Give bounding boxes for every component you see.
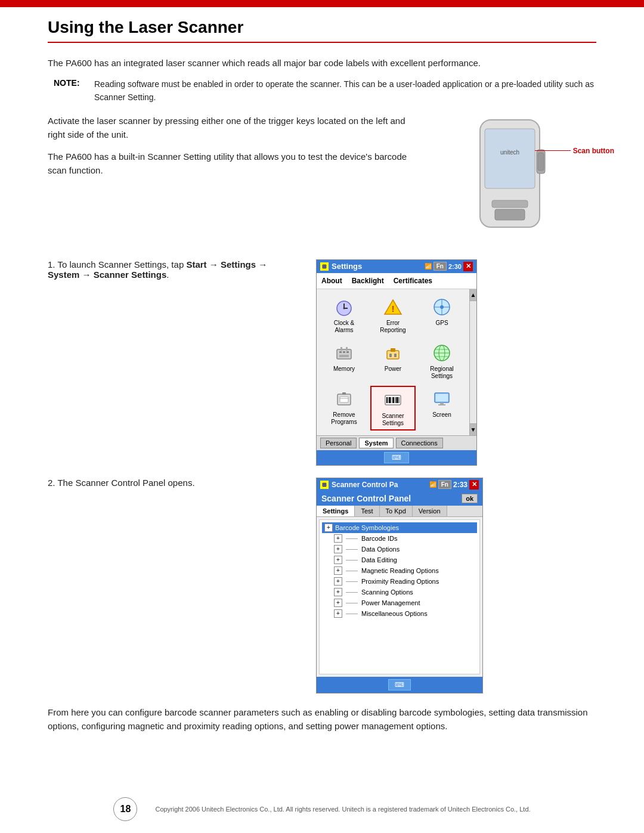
icon-clock-alarms[interactable]: Clock &Alarms [321, 294, 367, 336]
scanner-close-button[interactable]: ✕ [469, 480, 479, 490]
scanner-ok-button[interactable]: ok [462, 494, 478, 503]
tree-label-6: Proximity Reading Options [361, 578, 439, 585]
scanner-settings-icon [382, 389, 404, 411]
step2-instruction: 2. The Scanner Control Panel opens. [48, 478, 298, 488]
page-title: Using the Laser Scanner [48, 18, 596, 43]
svg-rect-23 [346, 347, 348, 351]
note-block: NOTE: Reading software must be enabled i… [54, 78, 596, 104]
scrollbar[interactable]: ▲ ▼ [469, 289, 476, 435]
scanner-control-panel-window: ⊞ Scanner Control Pa 📶 Fn 2:33 ✕ Scanner… [316, 478, 483, 693]
tree-line-5: —— [346, 567, 358, 574]
page-number: 18 [113, 797, 137, 821]
two-col-right: unitech Scan button [429, 114, 596, 247]
tree-item-data-options[interactable]: + —— Data Options [322, 544, 477, 555]
close-button[interactable]: ✕ [463, 262, 473, 271]
icon-error-reporting[interactable]: ! ErrorReporting [370, 294, 416, 336]
svg-rect-5 [492, 200, 528, 208]
scanner-tree: + Barcode Symbologies + —— Barcode IDs +… [319, 519, 480, 674]
paragraph2: Activate the laser scanner by pressing e… [48, 114, 417, 142]
step1-text-after: . [166, 270, 169, 280]
scanner-tabs: Settings Test To Kpd Version [317, 506, 482, 517]
scanner-header: Scanner Control Panel ok [317, 491, 482, 506]
expand-icon-7[interactable]: + [334, 588, 342, 596]
settings-titlebar: ⊞ Settings 📶 Fn 2:30 ✕ [317, 260, 476, 273]
tree-item-proximity[interactable]: + —— Proximity Reading Options [322, 576, 477, 587]
svg-rect-27 [394, 354, 397, 357]
expand-icon-2[interactable]: + [334, 534, 342, 543]
tree-label-4: Data Editing [361, 556, 397, 563]
expand-icon-9[interactable]: + [334, 609, 342, 618]
icon-power[interactable]: Power [370, 340, 416, 382]
gps-label: GPS [435, 320, 448, 327]
header-certificates: Certificates [394, 277, 432, 285]
svg-text:unitech: unitech [500, 149, 519, 156]
step1-arrow: → [207, 259, 221, 270]
tree-label-1: Barcode Symbologies [335, 524, 399, 531]
expand-icon-1[interactable]: + [324, 524, 333, 532]
tree-item-data-editing[interactable]: + —— Data Editing [322, 555, 477, 565]
tab-connections[interactable]: Connections [396, 438, 443, 448]
expand-icon-6[interactable]: + [334, 577, 342, 586]
error-reporting-icon: ! [382, 296, 404, 318]
step2-number: 2. [48, 478, 55, 488]
expand-icon-3[interactable]: + [334, 545, 342, 553]
settings-titlebar-icons: 📶 Fn 2:30 ✕ [425, 262, 473, 271]
icon-regional[interactable]: RegionalSettings [419, 340, 465, 382]
memory-icon [333, 342, 355, 364]
step1-instruction: 1. To launch Scanner Settings, tap Start… [48, 259, 298, 280]
icon-screen[interactable]: Screen [419, 386, 465, 431]
tree-label-5: Magnetic Reading Options [361, 567, 439, 574]
scanner-titlebar-right: 📶 Fn 2:33 ✕ [429, 480, 479, 490]
summary-text: From here you can configure barcode scan… [48, 705, 596, 733]
settings-titlebar-left: ⊞ Settings [320, 262, 362, 271]
svg-rect-34 [340, 397, 348, 402]
top-red-bar [0, 0, 644, 7]
svg-rect-24 [387, 351, 399, 359]
tree-item-barcode-ids[interactable]: + —— Barcode IDs [322, 533, 477, 544]
icon-remove-programs[interactable]: RemovePrograms [321, 386, 367, 431]
tree-item-magnetic[interactable]: + —— Magnetic Reading Options [322, 565, 477, 576]
icon-memory[interactable]: Memory [321, 340, 367, 382]
signal-icon: 📶 [425, 263, 432, 270]
scanner-tab-settings[interactable]: Settings [317, 506, 355, 516]
tree-line-6: —— [346, 578, 358, 584]
scanner-tab-test[interactable]: Test [355, 506, 379, 516]
scanner-signal-icon: 📶 [429, 481, 436, 488]
keyboard-icon[interactable]: ⌨ [384, 452, 409, 463]
icon-gps[interactable]: GPS [419, 294, 465, 336]
tree-line-2: —— [346, 535, 358, 541]
screen-label: Screen [432, 411, 451, 419]
step1-content-row: 1. To launch Scanner Settings, tap Start… [48, 259, 596, 466]
tree-item-scanning-options[interactable]: + —— Scanning Options [322, 587, 477, 597]
scanner-titlebar-left: ⊞ Scanner Control Pa [320, 481, 398, 489]
expand-icon-8[interactable]: + [334, 599, 342, 607]
tab-system[interactable]: System [359, 438, 393, 448]
scanner-keyboard-icon[interactable]: ⌨ [388, 679, 411, 690]
step1-bold1: Start [186, 259, 206, 270]
icon-scanner-settings[interactable]: ScannerSettings [370, 386, 416, 431]
note-label: NOTE: [54, 78, 89, 104]
tree-label-9: Miscellaneous Options [361, 610, 428, 617]
scanner-tab-version[interactable]: Version [413, 506, 447, 516]
svg-rect-17 [337, 349, 351, 359]
svg-rect-21 [339, 355, 349, 357]
clock-alarms-label: Clock &Alarms [334, 320, 354, 334]
svg-rect-26 [389, 354, 392, 357]
tab-personal[interactable]: Personal [320, 438, 357, 448]
tree-item-miscellaneous[interactable]: + —— Miscellaneous Options [322, 608, 477, 619]
svg-text:!: ! [392, 304, 395, 314]
screen-icon [431, 388, 453, 410]
scanner-fn-badge: Fn [438, 480, 451, 489]
scanner-tab-tokpd[interactable]: To Kpd [380, 506, 413, 516]
tree-label-3: Data Options [361, 546, 400, 553]
regional-icon [431, 342, 453, 364]
tree-item-power-management[interactable]: + —— Power Management [322, 597, 477, 608]
tree-item-barcode-symbologies[interactable]: + Barcode Symbologies [322, 522, 477, 533]
scroll-up[interactable]: ▲ [470, 289, 476, 301]
expand-icon-4[interactable]: + [334, 556, 342, 564]
expand-icon-5[interactable]: + [334, 566, 342, 575]
tree-label-2: Barcode IDs [361, 535, 398, 542]
scroll-down[interactable]: ▼ [470, 423, 476, 435]
step2-text-content: The Scanner Control Panel opens. [57, 478, 194, 488]
two-col-left: Activate the laser scanner by pressing e… [48, 114, 417, 247]
